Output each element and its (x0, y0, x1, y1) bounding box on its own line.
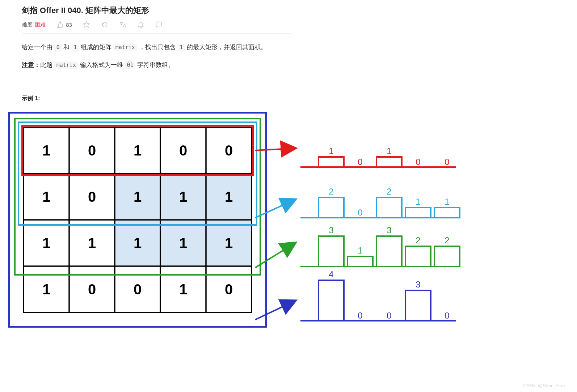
svg-text:1: 1 (134, 142, 142, 158)
svg-rect-88 (405, 290, 431, 321)
svg-text:3: 3 (329, 225, 333, 235)
svg-text:1: 1 (329, 146, 333, 156)
watermark: CSDN @Shun_Hua. (523, 383, 566, 388)
svg-rect-81 (434, 246, 460, 267)
svg-text:2: 2 (445, 235, 449, 245)
translate-button[interactable] (119, 21, 126, 28)
svg-text:1: 1 (416, 197, 420, 206)
svg-line-50 (255, 148, 295, 150)
svg-text:3: 3 (387, 225, 391, 235)
svg-rect-75 (348, 256, 373, 267)
algorithm-diagram: 1010010111111111001010100202113132240030 (7, 116, 572, 382)
like-count: 83 (66, 22, 72, 28)
share-icon (101, 21, 108, 28)
svg-text:1: 1 (179, 281, 187, 297)
svg-text:0: 0 (416, 157, 420, 167)
code-01: 01 (125, 61, 135, 69)
svg-rect-66 (376, 197, 402, 218)
feedback-button[interactable] (155, 21, 163, 28)
svg-rect-55 (319, 157, 344, 167)
svg-text:1: 1 (225, 189, 233, 205)
svg-text:0: 0 (445, 311, 449, 320)
code-matrix-b: matrix (54, 61, 78, 69)
svg-text:0: 0 (387, 311, 391, 320)
svg-rect-77 (376, 236, 402, 267)
divider (22, 33, 291, 34)
svg-text:2: 2 (416, 235, 420, 245)
star-icon (83, 21, 90, 28)
svg-text:0: 0 (225, 281, 233, 297)
notification-button[interactable] (137, 21, 144, 28)
svg-rect-73 (319, 236, 344, 267)
svg-text:0: 0 (358, 311, 362, 320)
code-one-b: 1 (177, 44, 185, 51)
svg-rect-63 (319, 197, 344, 218)
note-label: 注意： (22, 61, 40, 68)
svg-text:3: 3 (416, 280, 420, 289)
svg-text:0: 0 (445, 157, 449, 167)
svg-rect-68 (405, 208, 431, 218)
svg-line-52 (255, 243, 295, 268)
thumbs-up-icon (56, 21, 64, 28)
svg-text:0: 0 (88, 142, 96, 158)
difficulty-label: 难度 (22, 21, 33, 27)
example-label: 示例 1: (22, 93, 291, 104)
svg-text:1: 1 (42, 142, 50, 158)
svg-text:1: 1 (387, 146, 391, 156)
feedback-icon (155, 21, 163, 28)
svg-rect-58 (376, 157, 402, 167)
code-zero: 0 (54, 44, 62, 51)
svg-text:2: 2 (387, 187, 391, 196)
svg-text:4: 4 (329, 269, 333, 279)
svg-text:0: 0 (88, 281, 96, 297)
svg-text:0: 0 (134, 281, 142, 297)
bell-icon (137, 21, 144, 28)
svg-line-51 (255, 200, 295, 218)
svg-text:1: 1 (134, 235, 142, 251)
svg-text:0: 0 (88, 189, 96, 205)
svg-text:1: 1 (42, 235, 50, 251)
svg-rect-70 (434, 208, 460, 218)
translate-icon (119, 21, 126, 28)
svg-text:1: 1 (42, 189, 50, 205)
svg-text:1: 1 (358, 246, 362, 255)
svg-text:1: 1 (179, 235, 187, 251)
share-button[interactable] (101, 21, 108, 28)
svg-text:1: 1 (179, 189, 187, 205)
svg-rect-84 (319, 280, 344, 321)
svg-text:1: 1 (225, 235, 233, 251)
svg-text:0: 0 (358, 157, 362, 167)
svg-text:0: 0 (225, 142, 233, 158)
svg-line-53 (255, 301, 295, 320)
svg-text:1: 1 (134, 189, 142, 205)
difficulty: 难度 困难 (22, 21, 46, 28)
svg-text:0: 0 (358, 208, 362, 217)
svg-text:1: 1 (42, 281, 50, 297)
favorite-button[interactable] (83, 21, 90, 28)
svg-text:0: 0 (179, 142, 187, 158)
svg-rect-79 (405, 246, 431, 267)
code-matrix: matrix (113, 44, 137, 51)
code-one: 1 (71, 44, 79, 51)
like-button[interactable]: 83 (56, 21, 72, 28)
svg-text:1: 1 (445, 197, 449, 206)
difficulty-value: 困难 (35, 21, 46, 27)
svg-text:1: 1 (88, 235, 96, 251)
problem-title: 剑指 Offer II 040. 矩阵中最大的矩形 (22, 5, 291, 16)
problem-description: 给定一个由 0 和 1 组成的矩阵 matrix ，找出只包含 1 的最大矩形，… (22, 42, 291, 104)
svg-text:2: 2 (329, 187, 333, 196)
